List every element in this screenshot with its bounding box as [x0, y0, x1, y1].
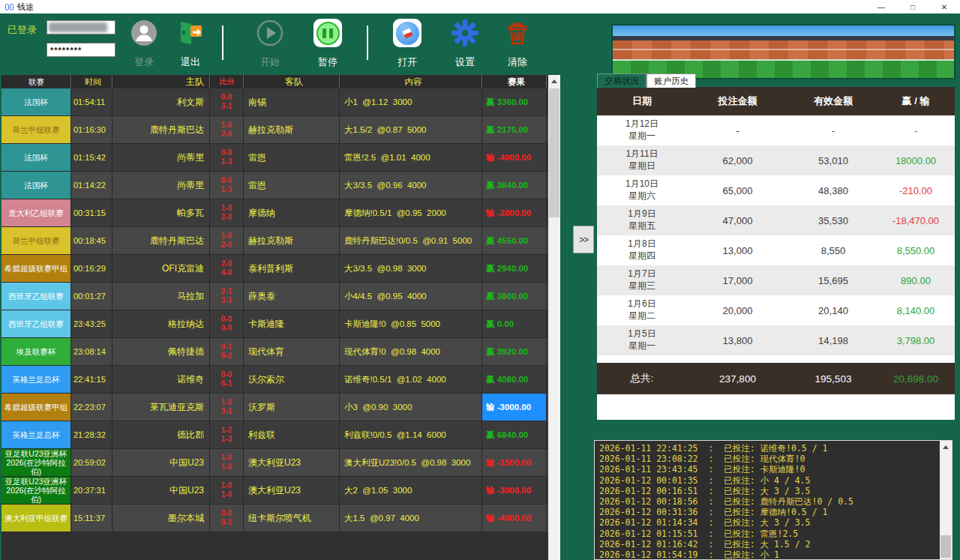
minimize-button[interactable]: —: [866, 0, 897, 13]
bet-amount-cell: 47,000: [687, 215, 788, 226]
column-header-2[interactable]: 主队: [112, 75, 210, 88]
table-row[interactable]: 希腊超级联赛甲组00:16:29OFI克雷迪2-04-0泰利普利斯大3/3.5 …: [2, 255, 548, 283]
log-entry: 2026-01-12 01:16:42 : 已投注: 大 1.5 / 2: [599, 539, 937, 550]
table-row[interactable]: 英格兰足总杯21:28:32德比郡1-21-3利兹联利兹联!0/0.5 @1.1…: [2, 421, 548, 449]
weekday-value: 星期三: [597, 280, 687, 292]
table-row[interactable]: 亚足联U23亚洲杯2026(在沙特阿拉伯)20:37:31中国U231-01-0…: [2, 477, 548, 505]
log-scrollbar[interactable]: [940, 441, 952, 559]
history-row[interactable]: 1月10日星期六65,00048,380-210.00: [597, 175, 955, 205]
table-row[interactable]: 意大利乙组联赛00:31:15帕多瓦1-02-0摩德纳摩德纳!0.5/1 @0.…: [2, 199, 548, 227]
full-time-score: 1-0: [221, 490, 232, 500]
half-time-score: 1-2: [221, 426, 232, 436]
login-button[interactable]: 登录: [120, 18, 168, 67]
valid-amount-cell: 48,380: [788, 185, 878, 196]
bet-content-cell: 大1.5 @0.97 4000: [340, 505, 482, 532]
column-header-4[interactable]: 客队: [244, 75, 340, 88]
table-row[interactable]: 法国杯01:14:22尚蒂里0-01-3雷恩大3/3.5 @0.96 4000赢…: [2, 172, 548, 199]
clear-button[interactable]: 清除: [494, 18, 542, 67]
column-header-5[interactable]: 内容: [340, 75, 482, 88]
score-cell: 0-01-3: [210, 172, 244, 199]
column-header-6[interactable]: 赛果: [482, 75, 547, 88]
history-row[interactable]: 1月8日星期四13,0008,5508,550.00: [597, 235, 955, 265]
table-row[interactable]: 埃及联赛杯23:08:14佩特捷德0-10-2现代体育现代体育!0 @0.98 …: [2, 338, 548, 366]
column-header-3[interactable]: 比分: [210, 75, 244, 88]
table-row[interactable]: 亚足联U23亚洲杯2026(在沙特阿拉伯)20:59:02中国U231-01-0…: [2, 449, 548, 477]
date-cell: 1月12日星期一: [597, 118, 687, 142]
full-time-score: 1-3: [221, 185, 232, 195]
stadium-photo: [611, 24, 956, 79]
bet-content-cell: 鹿特丹斯巴达!0/0.5 @0.91 5000: [340, 227, 482, 255]
result-cell: 赢 4080.00: [482, 366, 547, 394]
table-row[interactable]: 法国杯01:54:11利文斯0-03-1南锡小1 @1.12 3000赢 336…: [2, 88, 548, 116]
full-time-score: 4-0: [221, 268, 232, 278]
result-cell: 赢 2175.00: [482, 116, 547, 144]
bet-content-cell: 大3/3.5 @0.98 3000: [340, 255, 482, 283]
bet-amount-cell: -: [687, 125, 788, 136]
maximize-button[interactable]: □: [897, 0, 928, 13]
log-scroll-up-icon[interactable]: [940, 441, 952, 454]
matches-header: 联赛时间主队比分客队内容赛果: [2, 75, 548, 88]
log-entry: 2026-01-12 01:14:34 : 已投注: 大 3 / 3.5: [599, 517, 937, 528]
username-redacted: [49, 22, 107, 32]
table-row[interactable]: 西班牙乙组联赛23:43:25格拉纳达0-00-0卡斯迪隆卡斯迪隆!0 @0.8…: [2, 310, 548, 338]
start-button[interactable]: 开始: [246, 18, 294, 67]
away-team-cell: 雷恩: [244, 172, 340, 199]
table-row[interactable]: 英格兰足总杯22:41:15诺维奇0-05-1沃尔索尔诺维奇!0.5/1 @1.…: [2, 366, 548, 394]
matches-scrollbar[interactable]: [548, 75, 560, 560]
home-team-cell: 鹿特丹斯巴达: [112, 227, 210, 255]
tab-trade-status[interactable]: 交易状况: [597, 73, 646, 88]
close-button[interactable]: ✕: [928, 0, 960, 13]
bet-log-panel[interactable]: 2026-01-11 22:41:25 : 已投注: 诺维奇!0.5 / 120…: [594, 440, 952, 560]
league-cell: 法国杯: [2, 144, 71, 172]
exit-label: 退出: [181, 57, 200, 67]
time-cell: 01:16:30: [71, 116, 112, 144]
away-team-cell: 摩德纳: [244, 199, 340, 227]
scroll-up-icon[interactable]: [548, 75, 560, 88]
exit-button[interactable]: 退出: [166, 18, 214, 67]
expand-panel-button[interactable]: >>: [573, 226, 594, 253]
table-row[interactable]: 西班牙乙组联赛00:01:27马拉加2-13-1薛奥泰小4/4.5 @0.95 …: [2, 283, 548, 310]
history-row[interactable]: 1月6日星期二20,00020,1408,140.00: [597, 295, 955, 325]
column-header-1[interactable]: 时间: [71, 75, 112, 88]
scrollbar-thumb[interactable]: [549, 88, 560, 217]
history-body: 1月12日星期一---1月11日星期日62,00053,01018000.001…: [597, 115, 955, 355]
bet-amount-cell: 62,000: [687, 155, 788, 166]
time-cell: 00:31:15: [71, 199, 112, 227]
table-row[interactable]: 希腊超级联赛甲组22:23:07莱瓦迪亚克斯1-03-1沃罗斯小3 @0.90 …: [2, 394, 548, 421]
tab-account-history[interactable]: 账户历史: [646, 73, 696, 88]
score-cell: 1-03-1: [210, 394, 244, 421]
column-header-0[interactable]: 联赛: [2, 75, 71, 88]
bet-amount-cell: 17,000: [687, 275, 788, 286]
away-team-cell: 南锡: [244, 88, 340, 116]
pause-button[interactable]: 暂停: [304, 18, 352, 67]
table-row[interactable]: 荷兰甲组联赛00:18:45鹿特丹斯巴达1-02-0赫拉克勒斯鹿特丹斯巴达!0/…: [2, 227, 548, 255]
home-team-cell: 尚蒂里: [112, 144, 210, 172]
table-row[interactable]: 澳大利亚甲组联赛15:11:37墨尔本城0-00-1纽卡斯尔喷气机大1.5 @0…: [2, 505, 548, 532]
bet-content-cell: 大3/3.5 @0.96 4000: [340, 172, 482, 199]
history-row[interactable]: 1月11日星期日62,00053,01018000.00: [597, 145, 955, 175]
pause-label: 暂停: [318, 57, 338, 67]
home-team-cell: 帕多瓦: [112, 199, 210, 227]
bet-content-cell: 诺维奇!0.5/1 @1.02 4000: [340, 366, 482, 394]
account-history-panel: 日期投注金额有效金额赢 / 输 1月12日星期一---1月11日星期日62,00…: [597, 87, 955, 420]
table-row[interactable]: 荷兰甲组联赛01:16:30鹿特丹斯巴达1-02-0赫拉克勒斯大1.5/2 @0…: [2, 116, 548, 144]
winloss-cell: 8,140.00: [878, 305, 953, 316]
open-button[interactable]: 打开: [383, 18, 431, 67]
full-time-score: 5-1: [221, 379, 232, 389]
history-row[interactable]: 1月12日星期一---: [597, 115, 955, 145]
half-time-score: 1-0: [221, 454, 232, 463]
settings-button[interactable]: 设置: [441, 18, 489, 67]
home-team-cell: 中国U23: [112, 477, 210, 505]
time-cell: 20:59:02: [71, 449, 112, 477]
table-row[interactable]: 法国杯01:15:42尚蒂里0-01-3雷恩雷恩!2.5 @1.01 4000输…: [2, 144, 548, 172]
history-row[interactable]: 1月7日星期三17,00015,695890.00: [597, 265, 955, 295]
log-scrollbar-thumb[interactable]: [940, 535, 951, 558]
username-input[interactable]: [46, 20, 116, 34]
history-row[interactable]: 1月5日星期一13,80014,1983,798.00: [597, 325, 955, 355]
history-row[interactable]: 1月9日星期五47,00035,530-18,470.00: [597, 205, 955, 235]
toolbar-separator-1: [222, 25, 224, 60]
winloss-cell: -: [878, 125, 953, 136]
league-cell: 西班牙乙组联赛: [2, 310, 71, 338]
password-input[interactable]: [46, 43, 116, 57]
result-cell: 输 -3000.00: [482, 394, 547, 421]
